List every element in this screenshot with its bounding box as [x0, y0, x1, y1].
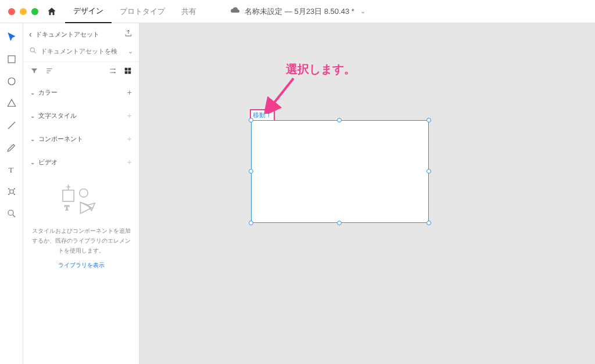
select-tool[interactable] — [6, 31, 17, 43]
document-title-text: 名称未設定 — 5月23日 8.50.43 * — [245, 6, 354, 17]
sort-icon[interactable] — [45, 67, 53, 76]
svg-rect-17 — [125, 71, 128, 74]
assets-panel: ‹ ドキュメントアセット ⌄ — [23, 23, 139, 364]
search-icon — [29, 46, 37, 56]
cloud-icon — [230, 6, 240, 16]
chevron-down-icon: ⌄ — [360, 8, 365, 15]
resize-handle-s[interactable] — [337, 221, 342, 225]
rectangle-tool[interactable] — [6, 53, 17, 65]
resize-handle-e[interactable] — [426, 169, 431, 174]
empty-state-text: スタイルおよびコンポーネントを追加するか、既存のライブラリのエレメントを使用しま… — [31, 226, 131, 255]
filter-icon[interactable] — [30, 67, 38, 76]
tab-prototype[interactable]: プロトタイプ — [112, 0, 173, 23]
ellipse-tool[interactable] — [6, 75, 17, 87]
home-icon[interactable] — [46, 6, 57, 17]
panel-title: ドキュメントアセット — [35, 30, 99, 39]
svg-point-1 — [8, 78, 15, 85]
zoom-window-button[interactable] — [31, 8, 38, 15]
svg-rect-15 — [125, 68, 128, 71]
add-icon[interactable]: + — [127, 88, 132, 97]
search-input[interactable] — [41, 48, 123, 55]
line-tool[interactable] — [6, 120, 17, 131]
list-view-icon[interactable] — [109, 67, 117, 76]
svg-line-24 — [269, 78, 293, 109]
section-color[interactable]: ⌄カラー + — [23, 81, 139, 104]
empty-state-illustration: T — [58, 184, 105, 218]
close-window-button[interactable] — [8, 8, 15, 15]
canvas[interactable]: 移動！ 選択します。 — [139, 23, 595, 364]
resize-handle-nw[interactable] — [249, 118, 253, 122]
svg-point-20 — [79, 189, 87, 197]
section-label: ビデオ — [38, 158, 58, 167]
svg-point-13 — [114, 69, 115, 70]
section-components[interactable]: ⌄コンポーネント + — [23, 127, 139, 150]
selected-rectangle[interactable] — [251, 120, 429, 223]
back-icon[interactable]: ‹ — [29, 30, 32, 39]
annotation-text: 選択します。 — [286, 62, 356, 77]
svg-rect-0 — [8, 56, 15, 63]
search-row: ⌄ — [23, 44, 139, 62]
svg-point-4 — [8, 210, 13, 215]
add-icon[interactable]: + — [127, 134, 132, 143]
polygon-tool[interactable] — [6, 98, 17, 109]
svg-text:T: T — [8, 165, 13, 174]
resize-handle-sw[interactable] — [249, 221, 253, 225]
svg-text:T: T — [64, 204, 69, 212]
resize-handle-w[interactable] — [249, 169, 253, 174]
pen-tool[interactable] — [6, 142, 17, 153]
annotation-arrow — [264, 75, 299, 114]
add-icon[interactable]: + — [127, 157, 132, 167]
show-libraries-link[interactable]: ライブラリを表示 — [58, 261, 105, 269]
svg-line-2 — [8, 122, 15, 129]
svg-line-5 — [13, 215, 15, 217]
upload-icon[interactable] — [124, 29, 133, 39]
svg-point-6 — [30, 48, 34, 52]
resize-handle-ne[interactable] — [426, 118, 431, 122]
minimize-window-button[interactable] — [20, 8, 27, 15]
section-video[interactable]: ⌄ビデオ + — [23, 150, 139, 174]
tab-share[interactable]: 共有 — [173, 0, 205, 23]
svg-line-7 — [34, 52, 36, 53]
section-label: コンポーネント — [38, 135, 83, 143]
document-title[interactable]: 名称未設定 — 5月23日 8.50.43 * ⌄ — [230, 6, 365, 17]
top-bar: デザイン プロトタイプ 共有 名称未設定 — 5月23日 8.50.43 * ⌄ — [0, 0, 595, 23]
filter-row — [23, 62, 139, 81]
tool-rail: T — [0, 23, 23, 364]
resize-handle-n[interactable] — [337, 118, 342, 122]
section-label: 文字スタイル — [38, 111, 77, 120]
text-tool[interactable]: T — [6, 164, 17, 175]
svg-point-14 — [114, 72, 115, 73]
window-controls — [0, 8, 46, 15]
empty-state: T スタイルおよびコンポーネントを追加するか、既存のライブラリのエレメントを使用… — [23, 174, 139, 280]
section-text-style[interactable]: ⌄文字スタイル + — [23, 104, 139, 127]
svg-rect-19 — [63, 190, 74, 201]
mode-tabs: デザイン プロトタイプ 共有 — [65, 0, 205, 23]
resize-handle-se[interactable] — [426, 221, 431, 225]
tab-design[interactable]: デザイン — [65, 0, 112, 23]
section-label: カラー — [38, 88, 58, 97]
grid-view-icon[interactable] — [124, 67, 132, 76]
add-icon[interactable]: + — [127, 111, 132, 120]
svg-rect-18 — [128, 71, 131, 74]
svg-rect-16 — [128, 68, 131, 71]
zoom-tool[interactable] — [6, 208, 17, 219]
chevron-down-icon[interactable]: ⌄ — [128, 48, 133, 55]
artboard-tool[interactable] — [6, 186, 17, 197]
